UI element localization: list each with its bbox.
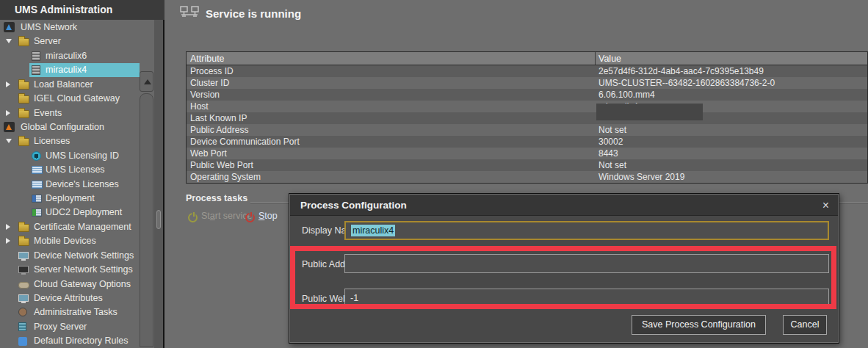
value-cell: UMS-CLUSTER--63482-1602863384736-2-0 (596, 77, 867, 89)
folder-icon (18, 110, 29, 118)
ums-console-window: UMS Administration UMS NetworkServermira… (0, 0, 868, 348)
sidebar-item-licenses[interactable]: Licenses (0, 134, 140, 148)
table-row[interactable]: Process ID2e57d4f6-312d-4ab4-aac4-7c9395… (187, 65, 867, 77)
stop-service-link[interactable]: Stop (258, 211, 278, 221)
sidebar-item-label: Proxy Server (34, 320, 87, 334)
sidebar-item-label: Cloud Gateway Options (34, 278, 131, 291)
sidebar-item-label: UMS Licensing ID (46, 149, 119, 163)
sidebar-item-label: Load Balancer (34, 78, 93, 92)
sidebar-item-device-attributes[interactable]: Device Attributes (0, 291, 140, 305)
sidebar-item-label: Server (34, 35, 61, 48)
start-service-link[interactable]: Start service (201, 211, 252, 221)
sidebar-item-events[interactable]: Events (0, 106, 140, 120)
column-header-value: Value (596, 52, 867, 65)
sidebar-item-mobile-devices[interactable]: Mobile Devices (0, 234, 140, 248)
cancel-button[interactable]: Cancel (783, 315, 827, 335)
table-row[interactable]: Last Known IP (187, 112, 867, 124)
sidebar-item-label: Certificate Management (34, 220, 131, 234)
dialog-titlebar[interactable]: Process Configuration × (290, 195, 838, 216)
deploy-blue-icon (32, 195, 42, 203)
sidebar-item-administrative-tasks[interactable]: Administrative Tasks (0, 305, 140, 319)
server-icon (32, 51, 40, 61)
sidebar-item-miraculix4[interactable]: miraculix4 (0, 63, 140, 77)
process-configuration-dialog: Process Configuration × Display Name mir… (289, 193, 839, 344)
monitor-icon (18, 252, 29, 259)
public-address-input[interactable] (344, 254, 829, 273)
sidebar-item-label: Server Network Settings (34, 263, 133, 277)
sidebar-item-server[interactable]: Server (0, 35, 140, 48)
splitter-grip-handle[interactable] (156, 210, 161, 229)
chevron-right-icon[interactable] (6, 224, 10, 230)
sidebar-item-igel-cloud-gateway[interactable]: IGEL Cloud Gateway (0, 92, 140, 106)
attribute-cell: Version (187, 89, 596, 101)
sidebar-item-default-directory-rules[interactable]: Default Directory Rules (0, 334, 140, 348)
attribute-cell: Cluster ID (187, 77, 596, 89)
table-row[interactable]: Public Web PortNot set (187, 159, 867, 171)
deploy-green-icon (32, 209, 42, 217)
power-icon (245, 213, 255, 222)
attribute-cell: Last Known IP (187, 112, 596, 124)
chevron-down-icon[interactable] (6, 39, 12, 43)
save-process-configuration-button[interactable]: Save Process Configuration (632, 315, 766, 335)
power-icon (188, 213, 198, 222)
table-row[interactable]: Web Port8443 (187, 148, 867, 159)
chevron-right-icon[interactable] (6, 110, 10, 116)
sidebar-item-global-configuration[interactable]: Global Configuration (0, 120, 140, 134)
attribute-cell: Process ID (187, 65, 596, 77)
sidebar-title: UMS Administration (0, 0, 164, 20)
scroll-up-button[interactable] (140, 71, 153, 92)
sidebar-item-miraculix6[interactable]: miraculix6 (0, 49, 140, 63)
value-cell: 6.06.100.mm4 (596, 89, 867, 101)
sidebar-item-proxy-server[interactable]: Proxy Server (0, 320, 140, 334)
table-row[interactable]: Public AddressNot set (187, 124, 867, 136)
sidebar-item-label: miraculix6 (46, 49, 87, 63)
table-row[interactable]: Cluster IDUMS-CLUSTER--63482-16028633847… (187, 77, 867, 89)
sidebar-item-ums-network[interactable]: UMS Network (0, 21, 140, 35)
chevron-down-icon[interactable] (6, 139, 12, 143)
sidebar-item-udc2-deployment[interactable]: UDC2 Deployment (0, 206, 140, 220)
sidebar-item-label: Global Configuration (21, 120, 104, 134)
public-web-port-input[interactable]: -1 (344, 289, 829, 308)
sidebar-item-label: miraculix4 (46, 63, 87, 77)
panel-splitter[interactable] (154, 0, 163, 348)
folder-icon (18, 81, 29, 90)
service-status-heading: Service is running (206, 7, 301, 20)
sidebar-item-load-balancer[interactable]: Load Balancer (0, 78, 140, 92)
sidebar-item-label: Default Directory Rules (34, 334, 129, 348)
sidebar-item-label: UMS Network (21, 21, 77, 35)
navigation-tree: UMS NetworkServermiraculix6miraculix4Loa… (0, 20, 140, 348)
table-row[interactable]: Hostmiraculix4 (187, 101, 867, 112)
selected-text: miraculix4 (351, 225, 395, 236)
folder-icon (18, 224, 29, 232)
monitor-dark-icon (18, 266, 29, 273)
table-row[interactable]: Version6.06.100.mm4 (187, 89, 867, 101)
sidebar-item-cloud-gateway-options[interactable]: Cloud Gateway Options (0, 278, 140, 291)
chevron-right-icon[interactable] (6, 238, 10, 244)
scrollbar-track[interactable] (140, 93, 153, 347)
sidebar-item-label: Mobile Devices (34, 234, 96, 248)
sidebar-item-label: Events (34, 106, 62, 120)
clock-icon (18, 308, 27, 316)
table-row[interactable]: Device Communication Port30002 (187, 136, 867, 148)
rules-icon (18, 337, 27, 346)
licid-icon (32, 151, 41, 161)
display-name-input[interactable]: miraculix4 (344, 221, 829, 240)
chevron-right-icon[interactable] (6, 81, 10, 87)
attribute-cell: Public Address (187, 124, 596, 136)
sidebar-item-deployment[interactable]: Deployment (0, 192, 140, 206)
table-row[interactable]: Operating SystemWindows Server 2019 (187, 171, 867, 183)
attribute-cell: Web Port (187, 148, 596, 159)
sidebar-item-device-s-licenses[interactable]: Device's Licenses (0, 178, 140, 192)
sidebar-item-label: Administrative Tasks (34, 305, 117, 319)
logo-blue-icon (4, 22, 15, 32)
sidebar-item-device-network-settings[interactable]: Device Network Settings (0, 249, 140, 263)
sidebar-scrollbar[interactable] (139, 70, 154, 348)
sidebar-item-server-network-settings[interactable]: Server Network Settings (0, 263, 140, 277)
sidebar-item-ums-licenses[interactable]: UMS Licenses (0, 163, 140, 177)
close-icon[interactable]: × (822, 195, 829, 216)
attribute-cell: Device Communication Port (187, 136, 596, 148)
card-icon (32, 181, 43, 189)
sidebar-item-label: Device Attributes (34, 291, 103, 305)
sidebar-item-ums-licensing-id[interactable]: UMS Licensing ID (0, 149, 140, 163)
sidebar-item-certificate-management[interactable]: Certificate Management (0, 220, 140, 234)
